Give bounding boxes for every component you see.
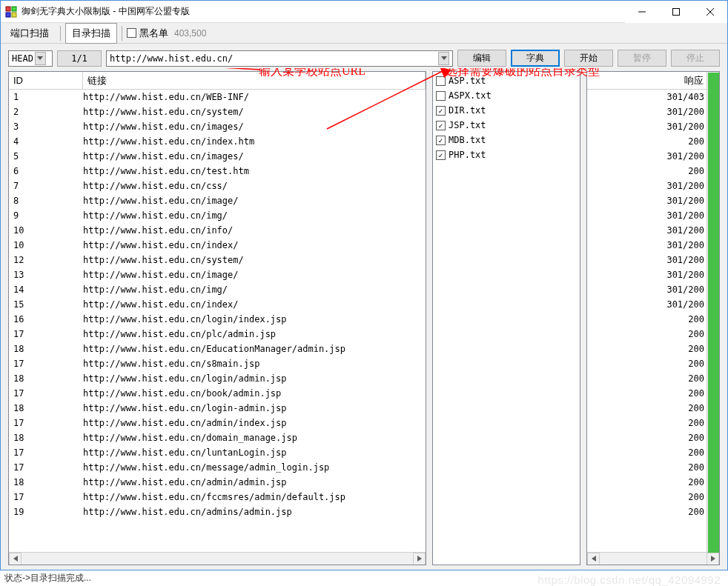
resp-row[interactable]: 200 (587, 430, 719, 445)
table-row[interactable]: 17http://www.hist.edu.cn/s8main.jsp (9, 356, 426, 371)
table-row[interactable]: 14http://www.hist.edu.cn/img/ (9, 282, 426, 297)
blacklist-checkbox[interactable] (127, 28, 136, 38)
tab-port-scan[interactable]: 端口扫描 (4, 23, 56, 44)
cell-url: http://www.hist.edu.cn/css/ (83, 181, 426, 191)
table-row[interactable]: 3http://www.hist.edu.cn/images/ (9, 119, 426, 134)
table-row[interactable]: 9http://www.hist.edu.cn/img/ (9, 208, 426, 223)
table-row[interactable]: 18http://www.hist.edu.cn/login-admin.jsp (9, 401, 426, 416)
dict-checkbox[interactable]: ✓ (436, 150, 446, 160)
table-row[interactable]: 17http://www.hist.edu.cn/fccmsres/admin/… (9, 490, 426, 505)
table-row[interactable]: 19http://www.hist.edu.cn/admins/admin.js… (9, 505, 426, 519)
dict-checkbox[interactable]: ✓ (436, 121, 446, 130)
resp-row[interactable]: 200 (587, 327, 719, 342)
resp-row[interactable]: 200 (587, 445, 719, 460)
dict-checkbox[interactable] (436, 91, 446, 101)
hscrollbar[interactable] (9, 552, 426, 565)
dict-item[interactable]: ASP.txt (436, 73, 577, 88)
resp-row[interactable]: 301/200 (587, 267, 719, 282)
results-body[interactable]: 1http://www.hist.edu.cn/WEB-INF/2http://… (9, 90, 426, 552)
dict-item[interactable]: ✓JSP.txt (436, 118, 577, 133)
resp-row[interactable]: 200 (587, 460, 719, 475)
resp-row[interactable]: 301/200 (587, 253, 719, 267)
resp-row[interactable]: 301/200 (587, 238, 719, 253)
resp-row[interactable]: 200 (587, 164, 719, 179)
resp-row[interactable]: 301/200 (587, 193, 719, 208)
table-row[interactable]: 17http://www.hist.edu.cn/book/admin.jsp (9, 386, 426, 401)
table-row[interactable]: 18http://www.hist.edu.cn/admin/admin.jsp (9, 475, 426, 490)
table-row[interactable]: 10http://www.hist.edu.cn/info/ (9, 223, 426, 238)
table-row[interactable]: 5http://www.hist.edu.cn/images/ (9, 149, 426, 164)
dict-item[interactable]: ASPX.txt (436, 88, 577, 103)
vscrollbar[interactable] (707, 72, 719, 552)
resp-row[interactable]: 200 (587, 401, 719, 416)
tab-dir-scan[interactable]: 目录扫描 (65, 23, 117, 44)
dict-checkbox[interactable] (436, 76, 446, 86)
resp-row[interactable]: 200 (587, 505, 719, 519)
resp-row[interactable]: 200 (587, 312, 719, 327)
resp-row[interactable]: 301/200 (587, 223, 719, 238)
table-row[interactable]: 18http://www.hist.edu.cn/domain_manage.j… (9, 430, 426, 445)
resp-row[interactable]: 200 (587, 475, 719, 490)
scroll-right-icon[interactable] (707, 553, 719, 565)
hscrollbar[interactable] (587, 552, 719, 565)
maximize-button[interactable] (659, 1, 693, 23)
resp-row[interactable]: 200 (587, 386, 719, 401)
resp-row[interactable]: 200 (587, 356, 719, 371)
chevron-down-icon[interactable] (438, 52, 449, 65)
response-body[interactable]: 301/403301/200301/200200301/200200301/20… (587, 90, 719, 552)
url-input[interactable] (110, 53, 437, 64)
resp-row[interactable]: 301/200 (587, 208, 719, 223)
resp-row[interactable]: 301/200 (587, 119, 719, 134)
method-select[interactable]: HEAD (8, 50, 53, 67)
start-button[interactable]: 开始 (564, 50, 613, 67)
resp-row[interactable]: 301/403 (587, 90, 719, 104)
table-row[interactable]: 1http://www.hist.edu.cn/WEB-INF/ (9, 90, 426, 104)
scroll-left-icon[interactable] (9, 553, 21, 565)
resp-row[interactable]: 200 (587, 416, 719, 430)
col-header-resp[interactable]: 响应 (587, 72, 719, 89)
table-row[interactable]: 18http://www.hist.edu.cn/EducationManage… (9, 342, 426, 356)
table-row[interactable]: 17http://www.hist.edu.cn/admin/index.jsp (9, 416, 426, 430)
dict-item[interactable]: ✓DIR.txt (436, 103, 577, 118)
edit-button[interactable]: 编辑 (457, 50, 506, 67)
table-row[interactable]: 17http://www.hist.edu.cn/luntanLogin.jsp (9, 445, 426, 460)
close-button[interactable] (693, 1, 727, 23)
resp-row[interactable]: 301/200 (587, 282, 719, 297)
table-row[interactable]: 18http://www.hist.edu.cn/login/admin.jsp (9, 371, 426, 386)
dict-checkbox[interactable]: ✓ (436, 136, 446, 145)
resp-row[interactable]: 301/200 (587, 149, 719, 164)
dict-item[interactable]: ✓PHP.txt (436, 147, 577, 162)
scroll-left-icon[interactable] (587, 553, 600, 565)
dict-checkbox[interactable]: ✓ (436, 106, 446, 116)
table-row[interactable]: 17http://www.hist.edu.cn/plc/admin.jsp (9, 327, 426, 342)
resp-row[interactable]: 200 (587, 134, 719, 149)
table-row[interactable]: 2http://www.hist.edu.cn/system/ (9, 104, 426, 119)
minimize-button[interactable] (625, 1, 659, 23)
scroll-right-icon[interactable] (413, 553, 426, 565)
table-row[interactable]: 4http://www.hist.edu.cn/index.htm (9, 134, 426, 149)
cell-id: 17 (9, 462, 83, 473)
col-header-url[interactable]: 链接 (83, 72, 426, 89)
dict-name: ASPX.txt (449, 90, 492, 101)
table-row[interactable]: 15http://www.hist.edu.cn/index/ (9, 297, 426, 312)
resp-row[interactable]: 200 (587, 490, 719, 505)
table-row[interactable]: 12http://www.hist.edu.cn/system/ (9, 253, 426, 267)
blacklist-input[interactable] (171, 27, 223, 40)
table-row[interactable]: 10http://www.hist.edu.cn/index/ (9, 238, 426, 253)
scroll-track[interactable] (600, 553, 707, 565)
table-row[interactable]: 8http://www.hist.edu.cn/image/ (9, 193, 426, 208)
col-header-id[interactable]: ID (9, 72, 83, 89)
table-row[interactable]: 13http://www.hist.edu.cn/image/ (9, 267, 426, 282)
resp-row[interactable]: 301/200 (587, 179, 719, 193)
dict-button[interactable]: 字典 (511, 50, 560, 67)
resp-row[interactable]: 301/200 (587, 104, 719, 119)
table-row[interactable]: 17http://www.hist.edu.cn/message/admin_l… (9, 460, 426, 475)
resp-row[interactable]: 301/200 (587, 297, 719, 312)
scroll-track[interactable] (21, 553, 413, 565)
table-row[interactable]: 6http://www.hist.edu.cn/test.htm (9, 164, 426, 179)
resp-row[interactable]: 200 (587, 342, 719, 356)
table-row[interactable]: 7http://www.hist.edu.cn/css/ (9, 179, 426, 193)
dict-item[interactable]: ✓MDB.txt (436, 133, 577, 147)
resp-row[interactable]: 200 (587, 371, 719, 386)
table-row[interactable]: 16http://www.hist.edu.cn/login/index.jsp (9, 312, 426, 327)
